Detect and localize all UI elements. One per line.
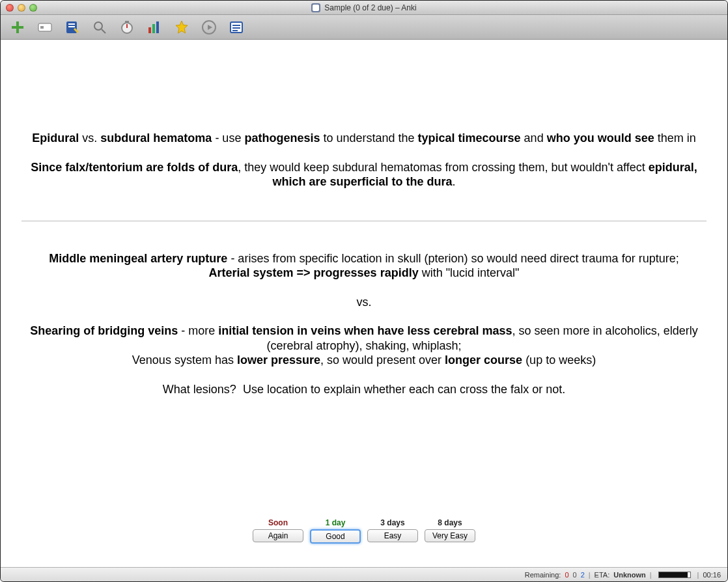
svg-rect-3	[68, 23, 75, 25]
card-front: Epidural vs. subdural hematoma - use pat…	[21, 131, 707, 189]
svg-rect-15	[232, 30, 238, 31]
svg-rect-13	[232, 25, 240, 26]
answer-interval: 1 day	[326, 518, 346, 527]
app-icon	[311, 3, 320, 12]
eta-value: Unknown	[613, 571, 646, 579]
card-area: Epidural vs. subdural hematoma - use pat…	[1, 40, 727, 567]
answer-button-good[interactable]: Good	[310, 529, 361, 544]
count-new: 0	[565, 571, 568, 579]
answer-group-very-easy: 8 daysVery Easy	[425, 518, 475, 544]
answer-interval: 8 days	[438, 518, 462, 527]
answer-group-again: SoonAgain	[253, 518, 303, 544]
editor-icon[interactable]	[227, 18, 245, 36]
play-icon[interactable]	[200, 18, 218, 36]
stats-icon[interactable]	[145, 18, 163, 36]
count-learning: 0	[573, 571, 577, 579]
answer-bar: SoonAgain1 dayGood3 daysEasy8 daysVery E…	[1, 512, 727, 553]
answer-button-easy[interactable]: Easy	[367, 529, 418, 542]
browse-icon[interactable]	[63, 18, 81, 36]
answer-button-very-easy[interactable]: Very Easy	[425, 529, 475, 542]
status-sep-2: |	[650, 571, 652, 579]
remaining-label: Remaining:	[525, 571, 561, 579]
window-title-wrap: Sample (0 of 2 due) – Anki	[1, 3, 727, 12]
toolbar	[1, 15, 727, 40]
flashcard: Epidural vs. subdural hematoma - use pat…	[1, 40, 727, 396]
timer: 00:16	[703, 571, 721, 579]
svg-rect-14	[232, 27, 240, 29]
card-divider	[21, 221, 707, 221]
titlebar: Sample (0 of 2 due) – Anki	[1, 1, 727, 15]
card-back: Middle meningeal artery rupture - arises…	[21, 251, 707, 397]
svg-rect-1	[40, 26, 44, 29]
svg-rect-4	[68, 26, 75, 27]
star-icon[interactable]	[173, 18, 191, 36]
count-due: 2	[581, 571, 585, 579]
svg-point-5	[94, 22, 102, 30]
window-title: Sample (0 of 2 due) – Anki	[324, 3, 416, 12]
eta-label: ETA:	[595, 571, 610, 579]
status-sep-1: |	[589, 571, 591, 579]
svg-rect-9	[152, 24, 155, 33]
status-sep-3: |	[697, 571, 699, 579]
progress-bar	[658, 572, 691, 578]
answer-interval: Soon	[268, 518, 288, 527]
timer-icon[interactable]	[118, 18, 136, 36]
svg-rect-8	[148, 27, 151, 33]
add-icon[interactable]	[8, 18, 27, 36]
layout-icon[interactable]	[36, 18, 54, 36]
answer-group-easy: 3 daysEasy	[367, 518, 418, 544]
answer-button-again[interactable]: Again	[253, 529, 303, 542]
search-icon[interactable]	[91, 18, 109, 36]
status-bar: Remaining: 0 0 2 | ETA: Unknown | | 00:1…	[1, 567, 727, 581]
answer-group-good: 1 dayGood	[310, 518, 361, 544]
svg-rect-10	[156, 21, 159, 33]
answer-interval: 3 days	[380, 518, 404, 527]
svg-rect-7	[125, 21, 129, 23]
